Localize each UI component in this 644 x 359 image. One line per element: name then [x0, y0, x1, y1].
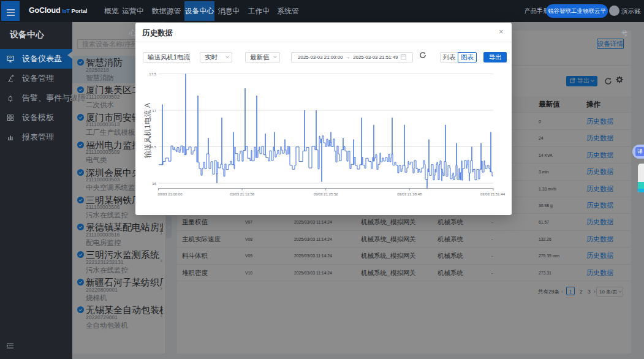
svg-text:输送风机1电流 A: 输送风机1电流 A	[143, 103, 152, 158]
svg-text:16: 16	[152, 182, 156, 186]
svg-text:17.5: 17.5	[149, 72, 156, 76]
svg-text:03/03 21:00:00: 03/03 21:00:00	[157, 192, 183, 196]
svg-text:03/03 21:25:52: 03/03 21:25:52	[314, 192, 339, 196]
svg-text:17: 17	[152, 109, 156, 113]
svg-text:03/03 21:51:44: 03/03 21:51:44	[480, 192, 506, 196]
svg-text:03/03 21:12:56: 03/03 21:12:56	[230, 192, 255, 196]
svg-text:03/03 21:38:48: 03/03 21:38:48	[397, 192, 422, 196]
